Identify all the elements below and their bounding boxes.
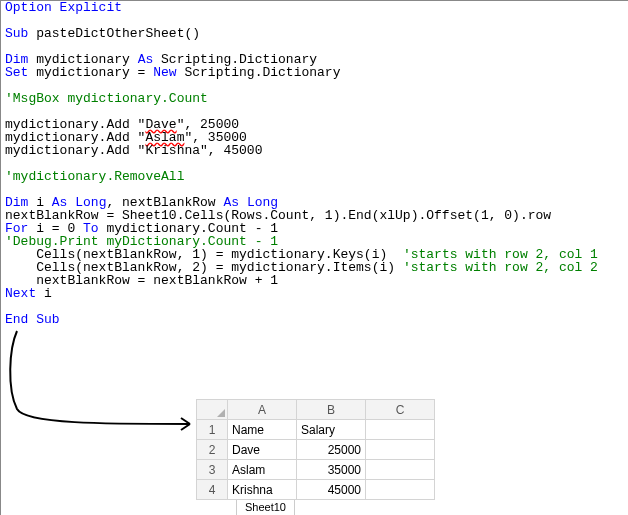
keyword-sub: Sub xyxy=(5,26,28,41)
row-header-3[interactable]: 3 xyxy=(197,460,228,480)
hand-drawn-arrow xyxy=(5,329,205,449)
vba-code-editor: Option Explicit Sub pasteDictOtherSheet(… xyxy=(0,0,628,515)
col-header-c[interactable]: C xyxy=(366,400,435,420)
select-all-corner[interactable] xyxy=(197,400,228,420)
cell-c4[interactable] xyxy=(366,480,435,500)
row-header-2[interactable]: 2 xyxy=(197,440,228,460)
cell-a4[interactable]: Krishna xyxy=(228,480,297,500)
cell-a1[interactable]: Name xyxy=(228,420,297,440)
keyword-endsub: End Sub xyxy=(5,312,60,327)
keyword-next: Next xyxy=(5,286,36,301)
keyword-option: Option xyxy=(5,0,52,15)
add-krishna: mydictionary.Add "Krishna", 45000 xyxy=(5,143,262,158)
comment-msgbox: 'MsgBox mydictionary.Count xyxy=(5,91,208,106)
comment-removeall: 'mydictionary.RemoveAll xyxy=(5,169,184,184)
cell-b3[interactable]: 35000 xyxy=(297,460,366,480)
cell-c2[interactable] xyxy=(366,440,435,460)
cell-c3[interactable] xyxy=(366,460,435,480)
result-table: A B C 1 Name Salary 2 Dave 25000 3 Aslam… xyxy=(196,399,435,500)
keyword-set: Set xyxy=(5,65,28,80)
keyword-explicit: Explicit xyxy=(52,0,122,15)
row-header-4[interactable]: 4 xyxy=(197,480,228,500)
cell-a2[interactable]: Dave xyxy=(228,440,297,460)
cell-c1[interactable] xyxy=(366,420,435,440)
cell-b1[interactable]: Salary xyxy=(297,420,366,440)
row-header-1[interactable]: 1 xyxy=(197,420,228,440)
cell-a3[interactable]: Aslam xyxy=(228,460,297,480)
sheet-tab[interactable]: Sheet10 xyxy=(236,500,295,515)
excel-sheet-preview: A B C 1 Name Salary 2 Dave 25000 3 Aslam… xyxy=(196,399,435,515)
cell-b4[interactable]: 45000 xyxy=(297,480,366,500)
col-header-a[interactable]: A xyxy=(228,400,297,420)
col-header-b[interactable]: B xyxy=(297,400,366,420)
sub-name: pasteDictOtherSheet() xyxy=(28,26,200,41)
cell-b2[interactable]: 25000 xyxy=(297,440,366,460)
